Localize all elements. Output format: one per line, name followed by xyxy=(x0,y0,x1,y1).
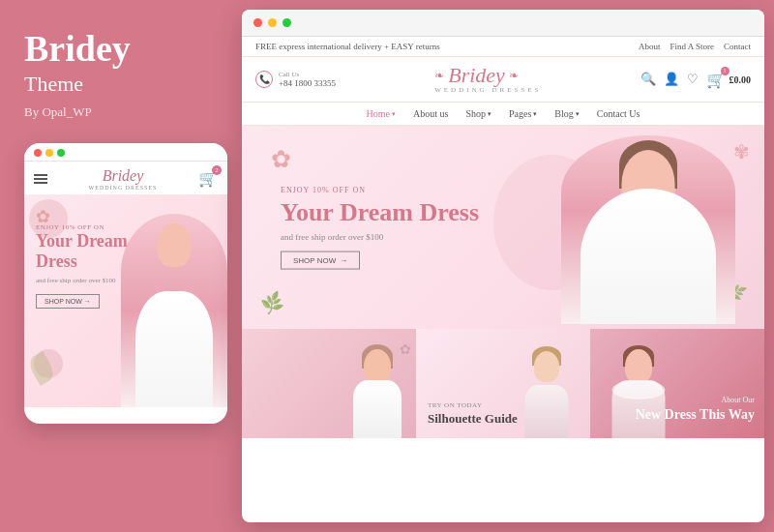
mobile-bride-image xyxy=(121,214,227,407)
header-icons: 🔍 👤 ♡ 🛒 1 £0.00 xyxy=(640,71,752,89)
brand-name: Bridey xyxy=(24,29,208,70)
nav-item-contact[interactable]: Contact Us xyxy=(597,108,640,119)
hero-shop-button[interactable]: SHOP NOW → xyxy=(281,251,360,269)
mobile-hero: ✿ ENJOY 10% OFF ON Your Dream Dress and … xyxy=(24,194,227,407)
hero-bride-bg xyxy=(561,135,735,324)
brand-subtitle: Theme xyxy=(24,72,208,97)
mobile-nav-bar: Bridey WEDDING DRESSES 🛒 2 xyxy=(24,162,227,194)
logo-wing-left: ❧ xyxy=(434,69,444,83)
strip-text-3: About Our New Dress This Way xyxy=(636,396,755,424)
logo-wing-right: ❧ xyxy=(509,69,519,83)
phone-number: +84 1800 33355 xyxy=(279,78,336,88)
nav-item-blog[interactable]: Blog ▾ xyxy=(554,108,579,119)
pf3-face xyxy=(625,349,652,383)
mobile-dot-green xyxy=(57,149,65,157)
call-us-label: Call Us xyxy=(279,71,336,78)
browser-panel: FREE express international delivery + EA… xyxy=(242,10,764,522)
nav-arrow-shop: ▾ xyxy=(488,110,491,118)
wishlist-icon[interactable]: ♡ xyxy=(687,72,699,87)
cart-area: 🛒 1 £0.00 xyxy=(706,71,752,89)
hero-enjoy-label: ENJOY 10% OFF ON xyxy=(281,186,479,194)
nav-item-home[interactable]: Home ▾ xyxy=(367,108,396,119)
mobile-hero-content: ENJOY 10% OFF ON Your Dream Dress and fr… xyxy=(36,223,128,309)
pf2-body xyxy=(525,385,569,438)
pf2-face xyxy=(534,351,559,382)
announcement-links: About Find A Store Contact xyxy=(639,42,751,51)
mobile-dot-yellow xyxy=(45,149,53,157)
bride-dress xyxy=(135,291,213,407)
logo-script-name: Bridey xyxy=(448,65,505,86)
brand-by: By Opal_WP xyxy=(24,104,208,120)
site-header: 📞 Call Us +84 1800 33355 ❧ Bridey ❧ WEDD… xyxy=(242,57,764,103)
site-logo: ❧ Bridey ❧ WEDDING DRESSES xyxy=(434,65,541,94)
logo-sub-text: WEDDING DRESSES xyxy=(434,86,541,94)
contact-link[interactable]: Contact xyxy=(724,42,751,51)
phone-icon: 📞 xyxy=(255,71,273,88)
nav-item-shop[interactable]: Shop ▾ xyxy=(465,108,491,119)
hero-flower-left: ✿ xyxy=(271,145,291,173)
nav-item-about[interactable]: About us xyxy=(413,108,448,119)
pf1-face xyxy=(364,349,391,383)
nav-arrow-pages: ▾ xyxy=(533,110,537,118)
strip-item-1: ✿ xyxy=(242,329,416,438)
mobile-dot-red xyxy=(34,149,42,157)
find-store-link[interactable]: Find A Store xyxy=(670,42,714,51)
header-phone: 📞 Call Us +84 1800 33355 xyxy=(255,71,336,88)
bride-face xyxy=(158,223,192,267)
announcement-text: FREE express international delivery + EA… xyxy=(255,42,440,51)
browser-chrome xyxy=(242,10,764,37)
search-icon[interactable]: 🔍 xyxy=(640,72,656,87)
hero-section: ✿ ✾ 🌿 🌿 ENJOY 10% OFF ON Your Dream Dres… xyxy=(242,126,764,329)
hero-text-area: ENJOY 10% OFF ON Your Dream Dress and fr… xyxy=(281,186,479,270)
about-link[interactable]: About xyxy=(639,42,661,51)
left-panel: Bridey Theme By Opal_WP Bridey WEDDING D… xyxy=(0,0,232,532)
hero-free-ship-text: and free ship order over $100 xyxy=(281,231,479,241)
mobile-mockup: Bridey WEDDING DRESSES 🛒 2 ✿ ENJOY 10% O… xyxy=(24,143,227,424)
strip-person-2 xyxy=(513,341,580,438)
mobile-top-bar xyxy=(24,143,227,162)
arrow-right-icon: → xyxy=(340,255,347,264)
strip-item-2: Try on today Silhouette Guide xyxy=(416,329,590,438)
browser-dot-yellow xyxy=(268,18,277,27)
strip-text-2: Try on today Silhouette Guide xyxy=(428,401,518,427)
cart-price: £0.00 xyxy=(729,74,752,85)
user-icon[interactable]: 👤 xyxy=(664,72,679,87)
strip-person-3 xyxy=(600,341,677,438)
browser-dot-red xyxy=(253,18,262,27)
hero-dream-dress-title: Your Dream Dress xyxy=(281,198,479,227)
mobile-hamburger-icon[interactable] xyxy=(34,174,47,184)
pf1-flower-deco: ✿ xyxy=(400,341,411,358)
mobile-window-controls xyxy=(34,149,65,157)
hero-bride-dress xyxy=(580,189,716,324)
site-navigation: Home ▾ About us Shop ▾ Pages ▾ Blog ▾ Co… xyxy=(242,103,764,126)
mobile-cart-icon[interactable]: 🛒 2 xyxy=(198,169,218,188)
strip-person-1: ✿ xyxy=(339,341,416,438)
browser-dot-green xyxy=(283,18,291,27)
nav-item-pages[interactable]: Pages ▾ xyxy=(509,108,537,119)
mobile-logo: Bridey WEDDING DRESSES xyxy=(89,167,158,191)
mobile-shop-button[interactable]: SHOP NOW → xyxy=(36,294,100,309)
strip-item-3: About Our New Dress This Way xyxy=(590,329,764,438)
pf1-body xyxy=(353,380,402,438)
image-strip: ✿ Try on today Silhouette Guide xyxy=(242,329,764,438)
announcement-bar: FREE express international delivery + EA… xyxy=(242,37,764,57)
cart-icon[interactable]: 🛒 1 xyxy=(706,71,726,89)
nav-arrow-blog: ▾ xyxy=(576,110,580,118)
nav-arrow-home: ▾ xyxy=(392,110,396,118)
hero-bride-area xyxy=(474,126,764,329)
hero-leaf-left: 🌿 xyxy=(258,290,285,317)
